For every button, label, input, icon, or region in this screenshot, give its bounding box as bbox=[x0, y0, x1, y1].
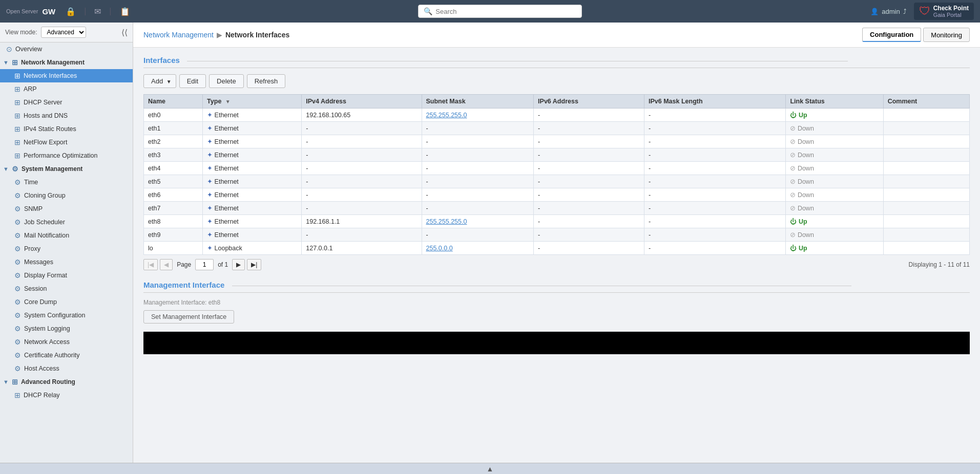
table-row[interactable]: lo ✦ Loopback 127.0.0.1 255.0.0.0 - - ⏻ … bbox=[144, 242, 970, 255]
checkpoint-label: Check Point bbox=[933, 5, 969, 12]
subnet-link[interactable]: 255.255.255.0 bbox=[426, 218, 467, 225]
scroll-up-arrow[interactable]: ▲ bbox=[487, 465, 494, 473]
sidebar-item-time[interactable]: ⚙ Time bbox=[0, 176, 133, 189]
sidebar-item-advanced-routing[interactable]: ▼ ⊞ Advanced Routing bbox=[0, 375, 133, 389]
cell-comment bbox=[883, 228, 969, 242]
network-access-icon: ⚙ bbox=[14, 338, 21, 346]
cell-status: ⏻ Up bbox=[786, 242, 883, 255]
sidebar-item-system-configuration[interactable]: ⚙ System Configuration bbox=[0, 309, 133, 322]
table-row[interactable]: eth3 ✦ Ethernet - - - - ⊘ Down bbox=[144, 148, 970, 162]
col-ipv6[interactable]: IPv6 Address bbox=[534, 95, 644, 109]
sidebar-item-proxy[interactable]: ⚙ Proxy bbox=[0, 242, 133, 255]
sidebar-item-host-access[interactable]: ⚙ Host Access bbox=[0, 362, 133, 375]
gw-label: GW bbox=[42, 7, 55, 16]
sidebar-item-overview[interactable]: ⊙ Overview bbox=[0, 42, 133, 56]
time-icon: ⚙ bbox=[14, 178, 21, 186]
search-input[interactable] bbox=[435, 8, 576, 15]
table-row[interactable]: eth8 ✦ Ethernet 192.168.1.1 255.255.255.… bbox=[144, 215, 970, 228]
add-button[interactable]: Add ▼ bbox=[143, 74, 176, 88]
status-down-icon: ⊘ bbox=[790, 138, 797, 145]
table-row[interactable]: eth1 ✦ Ethernet - - - - ⊘ Down bbox=[144, 122, 970, 135]
edit-button[interactable]: Edit bbox=[179, 74, 206, 88]
first-page-btn[interactable]: |◀ bbox=[143, 259, 158, 270]
cell-ipv4: - bbox=[302, 188, 422, 202]
cell-subnet: - bbox=[422, 122, 534, 135]
delete-button[interactable]: Delete bbox=[209, 74, 244, 88]
sidebar-item-dhcp-relay[interactable]: ⊞ DHCP Relay bbox=[0, 389, 133, 402]
sidebar-item-messages[interactable]: ⚙ Messages bbox=[0, 255, 133, 269]
sidebar-item-arp[interactable]: ⊞ ARP bbox=[0, 82, 133, 96]
sidebar-item-network-interfaces[interactable]: ⊞ Network Interfaces bbox=[0, 69, 133, 82]
col-ipv4[interactable]: IPv4 Address bbox=[302, 95, 422, 109]
prev-page-btn[interactable]: ◀ bbox=[160, 259, 173, 270]
sidebar-item-network-access[interactable]: ⚙ Network Access bbox=[0, 335, 133, 349]
refresh-button[interactable]: Refresh bbox=[247, 74, 286, 88]
sidebar-item-core-dump[interactable]: ⚙ Core Dump bbox=[0, 295, 133, 309]
last-page-btn[interactable]: ▶| bbox=[247, 259, 261, 270]
hosts-dns-icon: ⊞ bbox=[14, 112, 20, 120]
sidebar-collapse-btn[interactable]: ⟨⟨ bbox=[121, 28, 128, 37]
open-server-label: Open Server bbox=[6, 8, 38, 14]
sidebar-item-job-scheduler[interactable]: ⚙ Job Scheduler bbox=[0, 216, 133, 229]
col-linkstatus[interactable]: Link Status bbox=[786, 95, 883, 109]
content-header: Network Management ▶ Network Interfaces … bbox=[133, 23, 980, 48]
table-row[interactable]: eth4 ✦ Ethernet - - - - ⊘ Down bbox=[144, 162, 970, 175]
session-icon: ⚙ bbox=[14, 285, 21, 293]
status-down-icon: ⊘ bbox=[790, 165, 797, 172]
cell-type: ✦ Ethernet bbox=[203, 175, 302, 188]
table-row[interactable]: eth7 ✦ Ethernet - - - - ⊘ Down bbox=[144, 202, 970, 215]
col-name[interactable]: Name bbox=[144, 95, 203, 109]
cell-name: eth5 bbox=[144, 175, 203, 188]
status-label: Down bbox=[798, 178, 814, 185]
breadcrumb: Network Management ▶ Network Interfaces bbox=[143, 31, 289, 39]
table-row[interactable]: eth5 ✦ Ethernet - - - - ⊘ Down bbox=[144, 175, 970, 188]
col-type[interactable]: Type ▼ bbox=[203, 95, 302, 109]
sidebar-item-performance-optimization[interactable]: ⊞ Performance Optimization bbox=[0, 149, 133, 162]
sidebar-item-network-management[interactable]: ▼ ⊞ Network Management bbox=[0, 56, 133, 69]
next-page-btn[interactable]: ▶ bbox=[232, 259, 245, 270]
sidebar-item-display-format[interactable]: ⚙ Display Format bbox=[0, 269, 133, 282]
table-row[interactable]: eth0 ✦ Ethernet 192.168.100.65 255.255.2… bbox=[144, 109, 970, 122]
sidebar-item-certificate-authority[interactable]: ⚙ Certificate Authority bbox=[0, 349, 133, 362]
cell-type: ✦ Ethernet bbox=[203, 215, 302, 228]
interfaces-toolbar: Add ▼ Edit Delete Refresh bbox=[143, 74, 970, 88]
logout-icon[interactable]: ⤴ bbox=[903, 8, 907, 15]
cell-name: eth2 bbox=[144, 135, 203, 148]
table-row[interactable]: eth6 ✦ Ethernet - - - - ⊘ Down bbox=[144, 188, 970, 202]
sidebar-item-session[interactable]: ⚙ Session bbox=[0, 282, 133, 295]
col-ipv6mask[interactable]: IPv6 Mask Length bbox=[644, 95, 785, 109]
cell-comment bbox=[883, 122, 969, 135]
sidebar-item-dhcp-server[interactable]: ⊞ DHCP Server bbox=[0, 96, 133, 109]
subnet-link[interactable]: 255.0.0.0 bbox=[426, 245, 453, 252]
admin-label: admin bbox=[882, 8, 900, 15]
breadcrumb-parent[interactable]: Network Management bbox=[143, 31, 214, 39]
col-subnet[interactable]: Subnet Mask bbox=[422, 95, 534, 109]
configuration-button[interactable]: Configuration bbox=[862, 28, 921, 42]
sidebar-item-hosts-dns[interactable]: ⊞ Hosts and DNS bbox=[0, 109, 133, 122]
advanced-routing-label: Advanced Routing bbox=[21, 378, 75, 385]
view-mode-select[interactable]: Advanced Basic bbox=[41, 27, 86, 38]
set-management-interface-button[interactable]: Set Management Interface bbox=[143, 310, 234, 324]
sidebar-item-snmp[interactable]: ⚙ SNMP bbox=[0, 202, 133, 216]
cell-comment bbox=[883, 135, 969, 148]
system-configuration-icon: ⚙ bbox=[14, 311, 21, 319]
cell-ipv4: 127.0.0.1 bbox=[302, 242, 422, 255]
sidebar-item-mail-notification[interactable]: ⚙ Mail Notification bbox=[0, 229, 133, 242]
table-row[interactable]: eth2 ✦ Ethernet - - - - ⊘ Down bbox=[144, 135, 970, 148]
cell-ipv6mask: - bbox=[644, 135, 785, 148]
page-input[interactable] bbox=[195, 259, 214, 270]
sidebar-item-cloning-group[interactable]: ⚙ Cloning Group bbox=[0, 189, 133, 202]
col-comment[interactable]: Comment bbox=[883, 95, 969, 109]
table-row[interactable]: eth9 ✦ Ethernet - - - - ⊘ Down bbox=[144, 228, 970, 242]
sidebar-item-system-logging[interactable]: ⚙ System Logging bbox=[0, 322, 133, 335]
subnet-link[interactable]: 255.255.255.0 bbox=[426, 112, 467, 119]
sidebar-item-ipv4-static-routes[interactable]: ⊞ IPv4 Static Routes bbox=[0, 122, 133, 136]
cell-ipv6: - bbox=[534, 175, 644, 188]
sidebar-item-netflow-export[interactable]: ⊞ NetFlow Export bbox=[0, 136, 133, 149]
cell-ipv4: - bbox=[302, 202, 422, 215]
status-label: Down bbox=[798, 205, 814, 212]
monitoring-button[interactable]: Monitoring bbox=[923, 28, 970, 42]
search-box[interactable]: 🔍 bbox=[418, 5, 582, 18]
sidebar-item-system-management[interactable]: ▼ ⚙ System Management bbox=[0, 162, 133, 176]
certificate-authority-icon: ⚙ bbox=[14, 351, 21, 359]
